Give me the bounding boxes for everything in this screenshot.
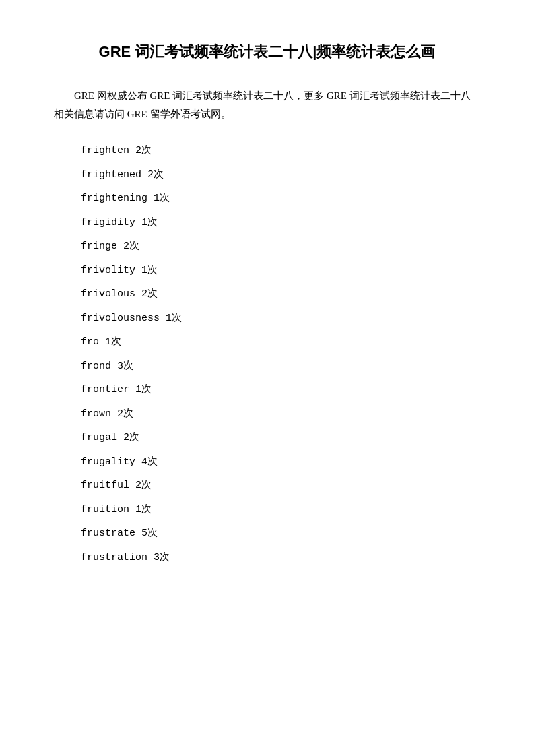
list-item: frivolous 2次 [81, 286, 480, 303]
word-count: 1次 [141, 217, 158, 228]
list-item: fruitful 2次 [81, 477, 480, 495]
word-term: frivolous [81, 288, 141, 300]
word-count: 2次 [117, 408, 133, 420]
word-term: fringe [81, 241, 123, 252]
list-item: frown 2次 [81, 406, 480, 423]
word-term: frustration [81, 552, 154, 563]
word-count: 1次 [135, 384, 152, 396]
list-item: fruition 1次 [81, 501, 480, 519]
list-item: frivolity 1次 [81, 262, 480, 280]
list-item: frivolousness 1次 [81, 310, 480, 327]
list-item: frustrate 5次 [81, 525, 480, 542]
word-term: frightened [81, 169, 147, 181]
list-item: frugal 2次 [81, 429, 480, 447]
word-count: 2次 [135, 145, 152, 156]
list-item: frigidity 1次 [81, 214, 480, 232]
word-term: frivolity [81, 265, 141, 276]
word-term: frivolousness [81, 313, 166, 324]
word-count: 2次 [147, 169, 164, 181]
word-term: frighten [81, 145, 135, 156]
word-term: fruitful [81, 480, 135, 491]
word-count: 1次 [135, 504, 152, 515]
list-item: frighten 2次 [81, 142, 480, 160]
word-term: frugality [81, 456, 141, 468]
list-item: frustration 3次 [81, 549, 480, 567]
word-count: 1次 [141, 265, 158, 276]
list-item: frugality 4次 [81, 453, 480, 471]
word-term: frond [81, 360, 117, 372]
word-count: 2次 [123, 432, 139, 443]
list-item: frightened 2次 [81, 166, 480, 184]
word-count: 3次 [117, 360, 133, 372]
intro-paragraph: GRE 网权威公布 GRE 词汇考试频率统计表二十八，更多 GRE 词汇考试频率… [54, 87, 480, 123]
word-count: 2次 [141, 288, 158, 300]
word-term: frigidity [81, 217, 141, 228]
list-item: frontier 1次 [81, 381, 480, 399]
word-count: 1次 [166, 313, 182, 324]
word-term: frontier [81, 384, 135, 396]
list-item: frond 3次 [81, 358, 480, 375]
word-count: 5次 [141, 528, 158, 539]
word-list: frighten 2次frightened 2次frightening 1次fr… [54, 142, 480, 566]
list-item: fro 1次 [81, 334, 480, 351]
word-term: frightening [81, 193, 154, 204]
word-count: 1次 [105, 336, 121, 348]
word-count: 2次 [135, 480, 152, 491]
word-count: 3次 [154, 552, 170, 563]
page-title: GRE 词汇考试频率统计表二十八|频率统计表怎么画 [54, 40, 480, 63]
word-term: frown [81, 408, 117, 420]
word-count: 2次 [123, 241, 139, 252]
word-term: fro [81, 336, 105, 348]
word-count: 1次 [154, 193, 170, 204]
word-term: frustrate [81, 528, 141, 539]
word-term: frugal [81, 432, 123, 443]
word-count: 4次 [141, 456, 158, 468]
list-item: fringe 2次 [81, 238, 480, 255]
word-term: fruition [81, 504, 135, 515]
list-item: frightening 1次 [81, 190, 480, 208]
